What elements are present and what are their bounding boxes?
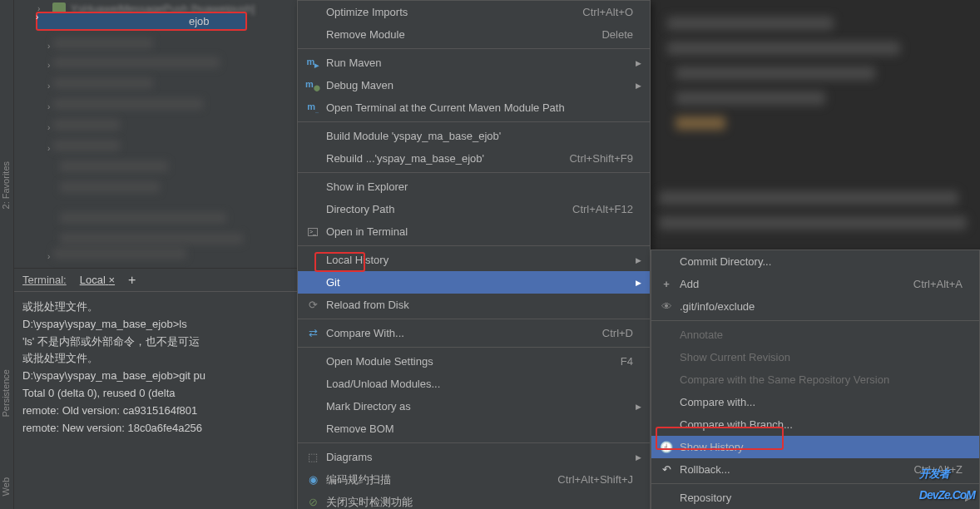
- menu-item[interactable]: Mark Directory as ▶: [298, 395, 650, 418]
- menu-label: Reload from Disk: [326, 299, 633, 311]
- menu-item[interactable]: Remove BOM: [298, 418, 650, 440]
- sidebar-tab-favorites[interactable]: 2: Favorites: [0, 158, 12, 212]
- menu-label: Mark Directory as: [326, 400, 633, 413]
- submenu-arrow-icon: ▶: [633, 59, 641, 67]
- blank-icon: [660, 373, 673, 387]
- submenu-arrow-icon: ▶: [633, 256, 641, 264]
- blank-icon: [660, 396, 673, 409]
- menu-label: 关闭实时检测功能: [326, 495, 633, 510]
- submenu-arrow-icon: ▶: [633, 453, 641, 462]
- submenu-arrow-icon: ▶: [633, 403, 641, 411]
- blank-icon: [306, 130, 319, 143]
- blank-icon: [306, 203, 319, 216]
- menu-item[interactable]: ⬚ Diagrams ▶: [298, 446, 650, 468]
- menu-item[interactable]: Show in Explorer: [298, 175, 650, 198]
- menu-item[interactable]: Git ▶: [298, 271, 650, 294]
- menu-item[interactable]: m⬤ Debug Maven ▶: [298, 74, 650, 96]
- menu-label: Rebuild ...'yspay_ma_base_ejob': [326, 152, 569, 165]
- menu-label: Open Module Settings: [326, 355, 621, 368]
- menu-label: Show in Explorer: [326, 180, 633, 193]
- annotation-show-history: [656, 427, 784, 450]
- submenu-arrow-icon: ▶: [633, 82, 641, 90]
- blank-icon: [306, 423, 319, 436]
- sidebar-tab-web[interactable]: Web: [0, 474, 12, 499]
- menu-shortcut: Ctrl+Alt+F12: [572, 203, 633, 215]
- menu-item[interactable]: m▶ Run Maven ▶: [298, 52, 650, 74]
- tree-selected-label: ejob: [189, 15, 210, 27]
- submenu-label: Commit Directory...: [680, 255, 963, 268]
- submenu-item[interactable]: Compare with...: [651, 391, 979, 413]
- blank-icon: [306, 28, 319, 42]
- maven-terminal-icon: m_: [306, 101, 319, 115]
- menu-item[interactable]: Rebuild ...'yspay_ma_base_ejob' Ctrl+Shi…: [298, 147, 650, 170]
- submenu-item: Show Current Revision: [651, 346, 979, 368]
- submenu-label: Compare with...: [680, 396, 963, 408]
- blank-icon: [306, 400, 319, 413]
- annotation-git: [314, 252, 365, 272]
- blank-icon: [306, 378, 319, 391]
- project-tree[interactable]: ›YsHuaweiMessagePush [huaweipush] ejob ›…: [14, 0, 297, 266]
- menu-item[interactable]: ⟳ Reload from Disk: [298, 294, 650, 316]
- menu-shortcut: F4: [621, 355, 633, 368]
- menu-label: Git: [326, 276, 633, 289]
- close-icon[interactable]: ×: [108, 274, 115, 286]
- maven-icon: m▶: [306, 57, 319, 70]
- reload-icon: ⟳: [306, 299, 319, 312]
- menu-item[interactable]: Directory Path Ctrl+Alt+F12: [298, 198, 650, 220]
- menu-shortcut: Ctrl+Alt+Shift+J: [557, 473, 633, 486]
- scan-icon: ◉: [306, 473, 319, 487]
- terminal-add-tab[interactable]: +: [128, 273, 136, 288]
- submenu-item[interactable]: 👁 .git/info/exclude: [651, 295, 979, 318]
- menu-label: Load/Unload Modules...: [326, 378, 633, 390]
- blank-icon: [306, 6, 319, 19]
- menu-shortcut: Delete: [601, 28, 633, 41]
- blank-icon: [660, 351, 673, 364]
- watermark: 开发者 DevZe.CoM: [919, 461, 975, 504]
- sidebar-tab-persistence[interactable]: Persistence: [0, 366, 12, 420]
- submenu-arrow-icon: ▶: [633, 279, 641, 287]
- menu-item[interactable]: m_ Open Terminal at the Current Maven Mo…: [298, 96, 650, 119]
- menu-item[interactable]: Open Module Settings F4: [298, 350, 650, 373]
- menu-item[interactable]: ⇄ Compare With... Ctrl+D: [298, 322, 650, 344]
- menu-item[interactable]: Load/Unload Modules...: [298, 373, 650, 395]
- menu-shortcut: Ctrl+Alt+O: [582, 6, 633, 18]
- menu-label: Compare With...: [326, 327, 602, 339]
- submenu-shortcut: Ctrl+Alt+A: [913, 278, 963, 290]
- submenu-item[interactable]: Commit Directory...: [651, 250, 979, 273]
- maven-debug-icon: m⬤: [306, 79, 319, 92]
- terminal-output[interactable]: 或批处理文件。 D:\yspay\yspay_ma_base_ejob>ls '…: [14, 292, 297, 443]
- terminal-tab-local[interactable]: Local ×: [80, 274, 115, 286]
- menu-shortcut: Ctrl+D: [602, 327, 633, 339]
- menu-item[interactable]: Optimize Imports Ctrl+Alt+O: [298, 1, 650, 23]
- menu-label: Open in Terminal: [326, 225, 633, 238]
- menu-item[interactable]: Remove Module Delete: [298, 23, 650, 46]
- tree-selected-item[interactable]: [36, 12, 247, 31]
- menu-item[interactable]: >_ Open in Terminal: [298, 220, 650, 243]
- toggle-icon: ⊘: [306, 496, 319, 509]
- menu-label: Debug Maven: [326, 79, 633, 91]
- terminal-icon: >_: [306, 225, 319, 239]
- menu-label: Local History: [326, 254, 633, 266]
- blank-icon: [306, 180, 319, 194]
- menu-item[interactable]: ⊘ 关闭实时检测功能: [298, 491, 650, 509]
- menu-item[interactable]: Build Module 'yspay_ma_base_ejob': [298, 125, 650, 147]
- menu-label: 编码规约扫描: [326, 472, 557, 487]
- menu-label: Build Module 'yspay_ma_base_ejob': [326, 130, 633, 142]
- tool-window-bar: 2: Favorites Persistence Web: [0, 0, 14, 509]
- menu-item[interactable]: ◉ 编码规约扫描 Ctrl+Alt+Shift+J: [298, 468, 650, 491]
- submenu-item[interactable]: + Add Ctrl+Alt+A: [651, 273, 979, 295]
- terminal-panel: Terminal: Local × + 或批处理文件。 D:\yspay\ysp…: [14, 268, 297, 509]
- compare-icon: ⇄: [306, 327, 319, 340]
- submenu-label: .git/info/exclude: [680, 300, 963, 313]
- menu-label: Directory Path: [326, 203, 572, 215]
- submenu-item: Compare with the Same Repository Version: [651, 368, 979, 391]
- blank-icon: [660, 329, 673, 342]
- menu-label: Optimize Imports: [326, 6, 582, 18]
- terminal-title: Terminal:: [22, 274, 67, 286]
- menu-label: Run Maven: [326, 57, 633, 69]
- blank-icon: [306, 276, 319, 289]
- submenu-label: Annotate: [680, 329, 963, 341]
- exclude-icon: 👁: [660, 300, 673, 314]
- submenu-label: Show Current Revision: [680, 351, 963, 363]
- blank-icon: [660, 255, 673, 269]
